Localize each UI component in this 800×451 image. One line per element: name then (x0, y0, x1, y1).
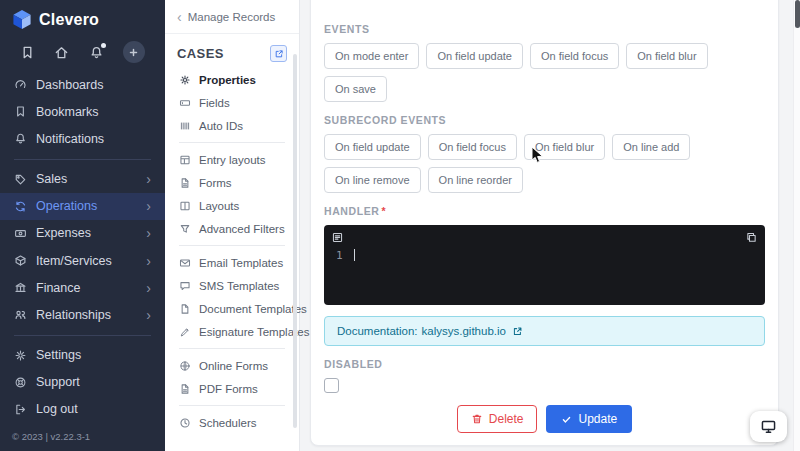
layout-icon (179, 154, 191, 166)
sidebar-item-relationships[interactable]: Relationships › (0, 301, 165, 328)
update-button[interactable]: Update (546, 405, 632, 433)
open-record-icon[interactable] (270, 45, 287, 62)
records-item-label: Layouts (199, 200, 239, 212)
records-divider (179, 348, 285, 349)
records-divider (179, 142, 285, 143)
sidebar: Clevero Dashboards Bookmarks Notificatio… (0, 0, 165, 451)
event-on-field-blur-button[interactable]: On field blur (626, 43, 707, 69)
documentation-prefix: Documentation: (337, 325, 418, 337)
sidebar-item-label: Dashboards (36, 78, 103, 92)
records-item-label: SMS Templates (199, 280, 279, 292)
editor-caret (354, 249, 355, 261)
sidebar-item-settings[interactable]: Settings (0, 342, 165, 369)
records-item-email-templates[interactable]: Email Templates (165, 251, 299, 274)
sidebar-item-label: Support (36, 375, 80, 389)
sidebar-item-sales[interactable]: Sales › (0, 166, 165, 193)
sidebar-item-support[interactable]: Support (0, 369, 165, 396)
subrecord-on-line-reorder-button[interactable]: On line reorder (428, 167, 523, 193)
page-scrollbar[interactable] (793, 0, 800, 451)
records-item-document-templates[interactable]: Document Templates (165, 297, 299, 320)
file-icon (179, 303, 191, 315)
main-content: EVENTS On mode enter On field update On … (300, 0, 800, 451)
gear-icon (14, 349, 27, 362)
sidebar-item-label: Notifications (36, 132, 104, 146)
records-panel: ‹ Manage Records CASES Properties Fields… (165, 0, 300, 451)
documentation-link[interactable]: kalysys.github.io (422, 325, 506, 337)
subrecord-on-line-remove-button[interactable]: On line remove (324, 167, 421, 193)
bookmark-icon (14, 105, 27, 118)
records-item-entry-layouts[interactable]: Entry layouts (165, 148, 299, 171)
properties-card: EVENTS On mode enter On field update On … (310, 0, 779, 446)
lifebuoy-icon (14, 376, 27, 389)
event-on-field-focus-button[interactable]: On field focus (530, 43, 619, 69)
sidebar-item-label: Sales (36, 172, 67, 186)
event-on-field-update-button[interactable]: On field update (426, 43, 523, 69)
records-item-layouts[interactable]: Layouts (165, 194, 299, 217)
money-icon (14, 227, 27, 240)
disabled-section-label: DISABLED (324, 358, 765, 370)
sidebar-item-notifications[interactable]: Notifications (0, 125, 165, 152)
back-label: Manage Records (188, 11, 276, 23)
sidebar-item-expenses[interactable]: Expenses › (0, 220, 165, 247)
sidebar-item-operations[interactable]: Operations › (0, 193, 165, 220)
event-on-save-button[interactable]: On save (324, 76, 387, 102)
trash-icon (471, 413, 483, 425)
home-icon[interactable] (54, 45, 69, 60)
subrecord-events-section-label: SUBRECORD EVENTS (324, 114, 765, 126)
people-icon (14, 308, 27, 321)
records-item-advanced-filters[interactable]: Advanced Filters (165, 217, 299, 240)
records-item-fields[interactable]: Fields (165, 91, 299, 114)
chevron-right-icon: › (146, 199, 151, 213)
subrecord-on-field-focus-button[interactable]: On field focus (428, 134, 517, 160)
notification-dot (101, 43, 106, 48)
delete-button[interactable]: Delete (457, 405, 538, 433)
sidebar-item-dashboards[interactable]: Dashboards (0, 71, 165, 98)
chevron-right-icon: › (146, 226, 151, 240)
records-item-pdf-forms[interactable]: PDF Forms (165, 377, 299, 400)
records-item-forms[interactable]: Forms (165, 171, 299, 194)
sidebar-item-finance[interactable]: Finance › (0, 274, 165, 301)
support-widget-button[interactable] (750, 411, 787, 442)
editor-settings-icon[interactable] (331, 231, 344, 244)
sidebar-item-label: Bookmarks (36, 105, 99, 119)
event-on-mode-enter-button[interactable]: On mode enter (324, 43, 419, 69)
brand-name: Clevero (39, 11, 99, 29)
sidebar-item-label: Settings (36, 348, 81, 362)
external-link-icon (512, 326, 523, 337)
documentation-banner: Documentation: kalysys.github.io (324, 316, 765, 346)
records-item-properties[interactable]: Properties (165, 68, 299, 91)
records-scrollbar-thumb[interactable] (293, 54, 297, 428)
subrecord-on-field-update-button[interactable]: On field update (324, 134, 421, 160)
gauge-icon (14, 78, 27, 91)
page-scrollbar-thumb[interactable] (795, 0, 800, 28)
sync-icon (14, 200, 27, 213)
gear-icon (179, 74, 191, 86)
handler-code-editor[interactable]: 1 (324, 225, 765, 305)
brand[interactable]: Clevero (0, 0, 165, 34)
records-item-schedulers[interactable]: Schedulers (165, 411, 299, 434)
create-new-button[interactable] (123, 41, 145, 63)
editor-popout-icon[interactable] (745, 231, 758, 244)
subrecord-on-field-blur-button[interactable]: On field blur (524, 134, 605, 160)
records-item-label: Forms (199, 177, 232, 189)
disabled-checkbox[interactable] (324, 378, 339, 393)
records-item-label: Entry layouts (199, 154, 265, 166)
chevron-left-icon: ‹ (177, 10, 182, 24)
back-to-manage-records[interactable]: ‹ Manage Records (165, 0, 299, 34)
sidebar-item-item-services[interactable]: Item/Services › (0, 247, 165, 274)
barcode-icon (179, 120, 191, 132)
sidebar-divider (14, 159, 151, 160)
records-item-sms-templates[interactable]: SMS Templates (165, 274, 299, 297)
bell-icon (14, 132, 27, 145)
globe-icon (179, 360, 191, 372)
bookmark-icon[interactable] (20, 45, 35, 60)
subrecord-on-line-add-button[interactable]: On line add (612, 134, 690, 160)
bell-icon[interactable] (89, 45, 104, 60)
sidebar-item-logout[interactable]: Log out (0, 396, 165, 423)
records-item-auto-ids[interactable]: Auto IDs (165, 114, 299, 137)
records-item-esignature-templates[interactable]: Esignature Templates (165, 320, 299, 343)
records-item-label: Fields (199, 97, 230, 109)
records-item-online-forms[interactable]: Online Forms (165, 354, 299, 377)
sidebar-item-bookmarks[interactable]: Bookmarks (0, 98, 165, 125)
sidebar-divider (14, 335, 151, 336)
